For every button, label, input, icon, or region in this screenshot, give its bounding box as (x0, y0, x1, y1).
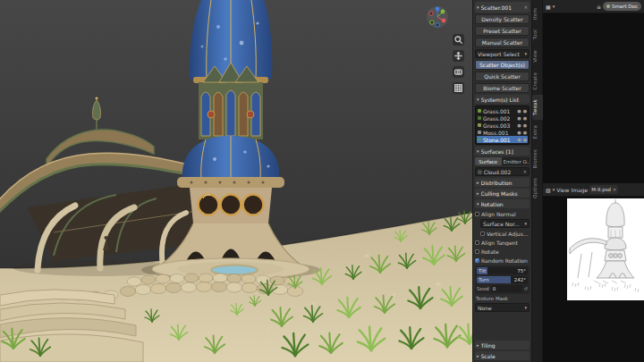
camera-icon[interactable] (453, 66, 464, 78)
menu-view[interactable]: View (556, 187, 569, 193)
chevron-right-icon: ▸ (477, 353, 479, 358)
tiling-section-header[interactable]: ▸ Tiling (475, 341, 530, 349)
tab-extra[interactable]: Extra (532, 121, 543, 144)
align-tangent-checkbox[interactable] (475, 240, 479, 245)
density-scatter-button[interactable]: Density Scatter (475, 14, 530, 24)
image-editor-icon[interactable]: ▨ (546, 187, 551, 193)
render-icon[interactable]: ● (523, 115, 527, 121)
tab-biomes[interactable]: Biomes (532, 145, 543, 173)
refresh-icon[interactable]: ↺ (524, 286, 528, 291)
render-icon[interactable]: ● (523, 122, 527, 128)
chevron-down-icon: ▾ (477, 4, 479, 10)
visibility-icon[interactable]: ● (517, 122, 521, 128)
surface-mode-emitter[interactable]: Emitter O.. (504, 157, 530, 165)
culling-masks-section-header[interactable]: ▸ Culling Masks (475, 189, 530, 198)
check-icon: ✓ (476, 258, 479, 263)
align-tangent-row: Align Tangent (475, 239, 530, 246)
navigation-gizmo[interactable] (426, 5, 449, 29)
system-name: Grass.003 (483, 122, 515, 129)
manual-scatter-button[interactable]: Manual Scatter (475, 38, 530, 47)
smart-doc-button[interactable]: Smart Doc (603, 2, 641, 11)
turn-slider[interactable]: Turn 242° (477, 276, 528, 283)
align-normal-label: Align Normal (481, 211, 516, 217)
image-datablock-selector[interactable]: M-8.psd ✕ (589, 185, 618, 194)
grid-icon[interactable] (453, 82, 464, 94)
dropdown-value: Viewport Select (478, 51, 522, 57)
tab-item[interactable]: Item (532, 4, 543, 24)
chevron-down-icon: ▾ (477, 201, 479, 206)
move-icon[interactable] (453, 50, 464, 62)
zoom-icon[interactable] (453, 34, 464, 46)
chevron-down-icon: ▾ (524, 51, 527, 56)
chevron-right-icon: ▸ (477, 190, 479, 196)
smart-doc-label: Smart Doc (612, 4, 638, 9)
vertical-adjustment-checkbox[interactable] (480, 232, 485, 236)
align-normal-checkbox[interactable] (475, 212, 479, 216)
tab-view[interactable]: View (532, 46, 543, 67)
seed-row: Seed 0 ↺ (477, 285, 528, 292)
menu-image[interactable]: Image (571, 187, 588, 193)
chevron-down-icon: ▾ (553, 4, 555, 9)
reference-image (567, 198, 644, 300)
tilt-slider[interactable]: Tilt 75° (477, 267, 528, 274)
section-title: Tiling (481, 342, 528, 349)
vertical-adjustment-label: Vertical Adjust... (487, 231, 530, 237)
seed-field[interactable]: 0 (491, 285, 522, 292)
visibility-icon[interactable]: ● (517, 115, 521, 121)
section-title: Distribution (481, 180, 528, 186)
random-rotation-label: Random Rotation (481, 257, 528, 264)
texture-mask-dropdown[interactable]: None ▾ (475, 303, 530, 312)
scatter-objects-button[interactable]: Scatter Object(s) (475, 60, 530, 70)
system-name: Grass.002 (483, 115, 515, 122)
menu-icon[interactable]: ≡ (597, 4, 601, 10)
status-dot-icon (606, 4, 610, 8)
surface-mode-surface[interactable]: Surface (475, 157, 502, 165)
systems-list-header[interactable]: ▾ System(s) List (475, 95, 530, 104)
close-icon[interactable]: ✕ (613, 187, 616, 192)
tab-tool[interactable]: Tool (532, 25, 543, 44)
tab-options[interactable]: Options (532, 173, 543, 203)
3d-viewport[interactable]: .g1{stroke:#4c7d2a}.g2{stroke:#79a844}.g… (0, 0, 472, 362)
viewport-select-dropdown[interactable]: Viewport Select ▾ (475, 49, 530, 58)
quick-scatter-button[interactable]: Quick Scatter (475, 72, 530, 81)
scale-section-header[interactable]: ▸ Scale (475, 351, 530, 360)
system-color-swatch (478, 123, 481, 127)
surface-mode-segment: Surface Emitter O.. (475, 157, 530, 165)
image-editor-canvas-bottom[interactable] (543, 304, 644, 362)
surface-normal-dropdown[interactable]: Surface Nor... ▾ (480, 219, 530, 228)
close-icon[interactable]: ✕ (523, 169, 527, 174)
surface-object-field[interactable]: ▨ Cloud.002 ✕ (475, 167, 530, 176)
visibility-icon[interactable]: ● (517, 130, 521, 135)
image-preview-region[interactable] (543, 197, 644, 304)
list-item[interactable]: Moss.001 ● ● (477, 129, 528, 136)
sidebar-tabs: Item Tool View Create Tweak Extra Biomes… (531, 0, 542, 362)
list-item[interactable]: Grass.002 ● ● (477, 114, 528, 122)
list-item[interactable]: Grass.003 ● ● (477, 122, 528, 129)
emitter-selector[interactable]: ▾ Scatter.001 ✕ (475, 2, 530, 13)
distribution-section-header[interactable]: ▸ Distribution (475, 178, 530, 187)
tab-create[interactable]: Create (532, 68, 543, 94)
image-editor: ▦ ▾ ≡ Smart Doc ▨ ▾ View Image M-8.psd ✕ (542, 0, 644, 362)
image-editor-canvas-top[interactable] (543, 13, 644, 183)
visibility-icon[interactable]: ● (517, 137, 521, 142)
seed-value: 0 (493, 286, 496, 291)
random-rotation-row: ✓ Random Rotation (475, 257, 530, 264)
list-item-selected[interactable]: Stone.001 ● ● (477, 136, 528, 143)
rotate-checkbox[interactable] (475, 249, 479, 254)
tab-tweak[interactable]: Tweak (532, 95, 543, 120)
close-icon[interactable]: ✕ (524, 4, 528, 10)
rotation-section-header[interactable]: ▾ Rotation (475, 199, 530, 208)
render-icon[interactable]: ● (523, 137, 527, 142)
align-tangent-label: Align Tangent (481, 240, 518, 246)
visibility-icon[interactable]: ● (517, 108, 521, 114)
random-rotation-checkbox[interactable]: ✓ (475, 258, 479, 263)
biome-scatter-button[interactable]: Biome Scatter (475, 83, 530, 93)
datablock-name: M-8.psd (591, 187, 611, 192)
preset-scatter-button[interactable]: Preset Scatter (475, 26, 530, 36)
surfaces-header[interactable]: ▾ Surfaces [1] (475, 147, 530, 156)
list-item[interactable]: Grass.001 ● ● (477, 107, 528, 114)
render-icon[interactable]: ● (523, 108, 527, 114)
editor-type-icon[interactable]: ▦ (546, 4, 551, 10)
render-icon[interactable]: ● (523, 130, 527, 135)
section-title: Rotation (481, 201, 528, 207)
